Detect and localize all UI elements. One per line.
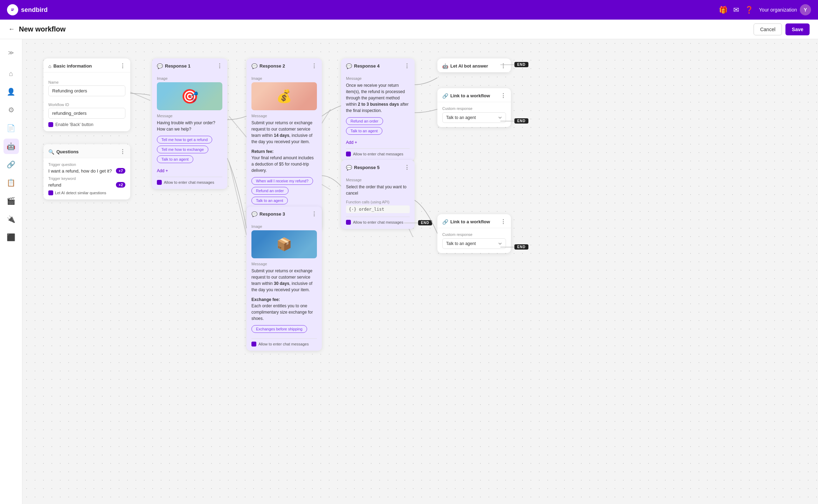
name-label: Name — [48, 80, 125, 84]
sidebar-item-documents[interactable]: 📄 — [4, 120, 19, 136]
svg-line-1 — [129, 92, 150, 100]
response1-allow-chat: Allow to enter chat messages — [157, 177, 222, 185]
link1-icon: 🔗 — [442, 93, 448, 99]
basic-info-menu[interactable]: ⋮ — [120, 63, 125, 69]
response2-msg-label: Message — [251, 114, 317, 118]
response5-icon: 💬 — [346, 165, 352, 170]
custom-response2-select[interactable]: Talk to an agent Refund an order Exchang… — [442, 238, 506, 249]
sidebar-item-bot[interactable]: 🤖 — [4, 139, 19, 154]
response4-msg-text: Once we receive your return item(s), the… — [346, 82, 410, 114]
chip-talk-agent-r4[interactable]: Talk to an agent — [346, 127, 382, 135]
response4-add[interactable]: Add + — [346, 140, 357, 145]
workflow-id-input[interactable] — [48, 108, 125, 119]
name-input[interactable] — [48, 85, 125, 96]
chip-exchanges-shipping[interactable]: Exchanges before shipping — [251, 325, 307, 333]
func-calls-label: Function calls (using API) — [346, 200, 410, 204]
canvas: ⌂ Basic information ⋮ Name Workflow ID E… — [22, 39, 818, 504]
chip-get-refund[interactable]: Tell me how to get a refund — [157, 136, 212, 144]
org-selector[interactable]: Your organization Y — [759, 4, 811, 15]
trigger-question-label: Trigger question — [48, 162, 125, 167]
response2-title: Response 2 — [259, 63, 285, 69]
enable-back-checkbox[interactable] — [48, 122, 53, 127]
trigger-question-value: I want a refund, how do I get it? — [48, 168, 112, 174]
sidebar-item-media[interactable]: 🎬 — [4, 193, 19, 209]
chip-talk-agent-r1[interactable]: Talk to an agent — [157, 155, 193, 163]
custom-response1-select[interactable]: Talk to an agent Refund an order Exchang… — [442, 112, 506, 123]
chip-refund-order-r2[interactable]: Refund an order — [251, 187, 289, 195]
link-workflow2-card: 🔗 Link to a workflow ⋮ Custom response T… — [437, 214, 511, 253]
response5-msg-text: Select the order that you want to cancel — [346, 184, 410, 196]
response2-card: 💬 Response 2 ⋮ Image 💰 Message Submit yo… — [247, 58, 322, 230]
custom-response2-label: Custom response — [442, 232, 506, 237]
allow-chat-checkbox-r4[interactable] — [346, 152, 351, 156]
response2-chips: When will I receive my refund? Refund an… — [251, 177, 317, 206]
chip-exchange[interactable]: Tell me how to exchange — [157, 146, 208, 153]
basic-info-title: Basic information — [53, 63, 92, 69]
response5-menu[interactable]: ⋮ — [404, 164, 410, 171]
basic-info-card: ⌂ Basic information ⋮ Name Workflow ID E… — [43, 58, 130, 131]
home-icon: ⌂ — [48, 63, 51, 69]
response2-menu[interactable]: ⋮ — [311, 63, 317, 69]
sidebar-item-home[interactable]: ⌂ — [4, 66, 19, 81]
mail-icon[interactable]: ✉ — [733, 6, 739, 14]
cancel-button[interactable]: Cancel — [754, 23, 782, 35]
allow-chat-checkbox-r1[interactable] — [157, 180, 162, 185]
response1-msg-label: Message — [157, 114, 222, 118]
sidebar-item-reports[interactable]: 📋 — [4, 175, 19, 190]
allow-chat-checkbox-r3[interactable] — [251, 342, 256, 346]
help-icon[interactable]: ❓ — [745, 6, 754, 14]
response4-menu[interactable]: ⋮ — [404, 63, 410, 69]
link-workflow1-menu[interactable]: ⋮ — [500, 92, 506, 99]
allow-chat-label-r1: Allow to enter chat messages — [164, 180, 214, 184]
response1-menu[interactable]: ⋮ — [217, 63, 222, 69]
link-workflow2-body: Custom response Talk to an agent Refund … — [437, 228, 511, 253]
sidebar-item-users[interactable]: 👤 — [4, 84, 19, 99]
response1-add[interactable]: Add + — [157, 168, 168, 173]
link-workflow1-title: Link to a workflow — [450, 93, 490, 98]
sidebar-item-plugins[interactable]: 🔌 — [4, 211, 19, 227]
response3-image: 📦 — [251, 230, 317, 258]
response1-header: 💬 Response 1 ⋮ — [152, 58, 227, 72]
response3-menu[interactable]: ⋮ — [311, 211, 317, 217]
link2-icon: 🔗 — [442, 219, 448, 225]
connection-lines — [22, 39, 818, 424]
gift-icon[interactable]: 🎁 — [719, 6, 728, 14]
logo-icon — [7, 4, 18, 15]
chip-talk-agent-r2[interactable]: Talk to an agent — [251, 197, 288, 204]
workflow-id-label: Workflow ID — [48, 103, 125, 107]
chip-refund-order-r4[interactable]: Refund an order — [346, 117, 383, 125]
response1-image: 🎯 — [157, 82, 222, 110]
logo[interactable]: sendbird — [7, 4, 48, 15]
response4-card: 💬 Response 4 ⋮ Message Once we receive y… — [341, 58, 415, 161]
response5-card: 💬 Response 5 ⋮ Message Select the order … — [341, 160, 415, 229]
allow-chat-label-r4: Allow to enter chat messages — [353, 152, 403, 156]
ai-bot-card: 🤖 Let AI bot answer ⋮ END — [437, 58, 511, 72]
response3-title: Response 3 — [259, 211, 285, 217]
chip-when-refund[interactable]: When will I receive my refund? — [251, 177, 313, 185]
sidebar-item-integrations[interactable]: 🔗 — [4, 157, 19, 172]
search-icon: 🔍 — [48, 149, 54, 155]
questions-menu[interactable]: ⋮ — [120, 148, 125, 155]
allow-chat-checkbox-r5[interactable] — [346, 220, 351, 225]
response4-icon: 💬 — [346, 63, 352, 69]
toolbar: ← New workflow Cancel Save — [0, 20, 818, 39]
ai-detect-checkbox[interactable] — [48, 190, 53, 195]
toolbar-left: ← New workflow — [8, 25, 65, 33]
response4-header: 💬 Response 4 ⋮ — [341, 58, 415, 72]
ai-bot-title: Let AI bot answer — [450, 63, 488, 69]
back-button[interactable]: ← — [8, 26, 15, 33]
sidebar-item-terminal[interactable]: ⬛ — [4, 230, 19, 245]
response2-header: 💬 Response 2 ⋮ — [247, 58, 322, 72]
response3-chips: Exchanges before shipping — [251, 325, 317, 335]
questions-body: Trigger question I want a refund, how do… — [43, 158, 130, 200]
link-workflow2-menu[interactable]: ⋮ — [500, 218, 506, 225]
sidebar: ≫ ⌂ 👤 ⚙ 📄 🤖 🔗 📋 🎬 🔌 ⬛ — [0, 39, 22, 504]
save-button[interactable]: Save — [785, 23, 810, 35]
canvas-inner: ⌂ Basic information ⋮ Name Workflow ID E… — [22, 39, 818, 424]
response2-icon: 💬 — [251, 63, 257, 69]
sidebar-collapse-button[interactable]: ≫ — [4, 45, 19, 60]
trigger-keyword-label: Trigger keyword — [48, 176, 125, 181]
sidebar-item-settings[interactable]: ⚙ — [4, 102, 19, 118]
link-workflow2-end-badge: END — [514, 244, 528, 250]
top-nav: sendbird 🎁 ✉ ❓ Your organization Y — [0, 0, 818, 20]
